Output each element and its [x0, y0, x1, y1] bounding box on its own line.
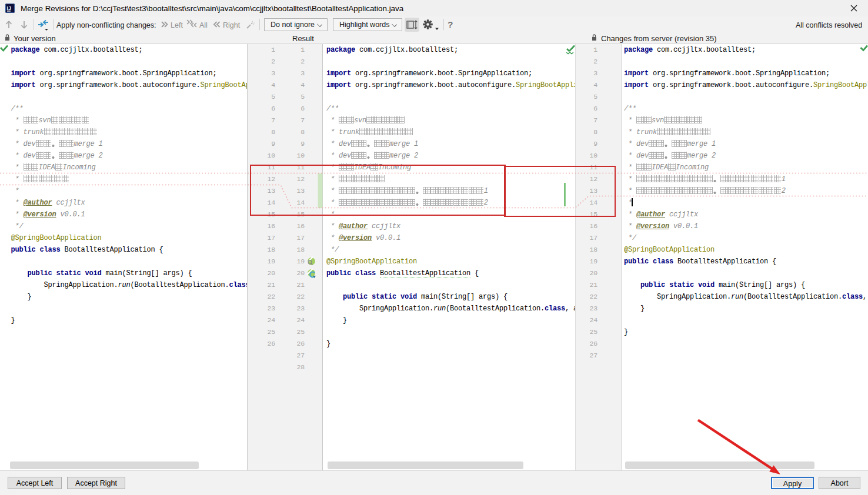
- svg-text:IJ: IJ: [7, 5, 12, 11]
